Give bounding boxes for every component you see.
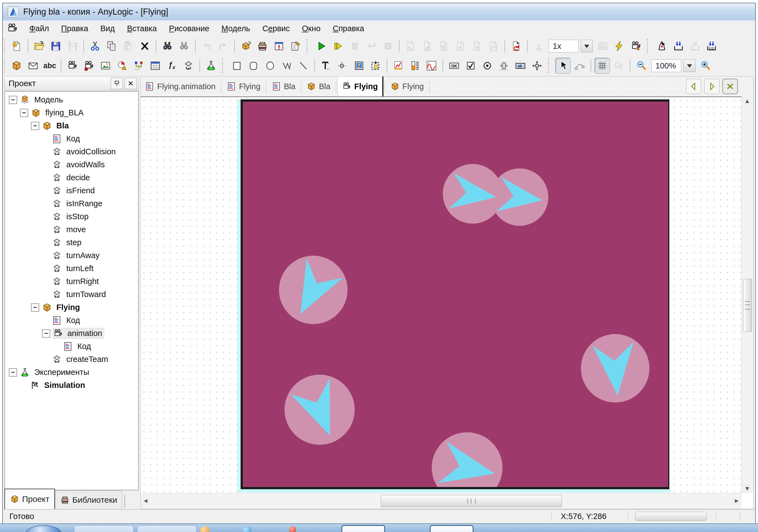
scroll-right-arrow[interactable]: ► <box>732 496 741 506</box>
editor-tab-bla[interactable]: Bla <box>302 77 335 96</box>
tree-item-move[interactable]: move <box>5 223 138 236</box>
group-button[interactable] <box>368 58 383 74</box>
flying-space[interactable] <box>241 99 669 489</box>
tree-collapse-toggle[interactable] <box>31 122 39 130</box>
tree-item-модель[interactable]: Модель <box>5 93 138 106</box>
tree-collapse-toggle[interactable] <box>20 109 28 117</box>
previous-tab-button[interactable] <box>686 79 701 94</box>
menu-вставка[interactable]: Вставка <box>121 22 163 35</box>
menu-окно[interactable]: Окно <box>296 22 327 35</box>
tree-collapse-toggle[interactable] <box>31 303 39 312</box>
model-speed-dropdown-button[interactable] <box>581 40 593 52</box>
menu-справка[interactable]: Справка <box>327 22 370 35</box>
menu-файл[interactable]: Файл <box>23 22 55 35</box>
panel-tab-проект[interactable]: Проект <box>4 489 55 509</box>
zoom-level-combo[interactable]: 100% <box>651 59 681 72</box>
find-button[interactable] <box>160 38 175 54</box>
scroll-up-arrow[interactable]: ▲ <box>743 97 752 105</box>
experiment-button[interactable] <box>203 58 219 74</box>
tree-item-isstop[interactable]: isStop <box>5 210 138 223</box>
taskbar-icon-orange[interactable] <box>200 526 209 532</box>
point-button[interactable] <box>335 58 350 74</box>
event-button[interactable] <box>114 58 130 74</box>
tree-item-turnright[interactable]: turnRight <box>5 275 138 288</box>
horizontal-scroll-thumb[interactable] <box>381 495 562 507</box>
close-tab-button[interactable] <box>722 79 738 94</box>
line-button[interactable] <box>295 58 311 74</box>
panel-tab-библиотеки[interactable]: Библиотеки <box>55 491 123 509</box>
statechart-button[interactable] <box>131 58 146 74</box>
text-button[interactable] <box>318 58 334 74</box>
import-all-button[interactable] <box>704 38 719 54</box>
delete-button[interactable] <box>137 38 153 54</box>
new-model-button[interactable] <box>9 38 24 54</box>
menu-сервис[interactable]: Сервис <box>256 22 296 35</box>
tree-collapse-toggle[interactable] <box>9 96 17 104</box>
open-button[interactable] <box>31 38 47 54</box>
grid-toggle-button[interactable] <box>595 58 610 74</box>
button-control-button[interactable]: OK <box>446 58 462 74</box>
tree-item-turntoward[interactable]: turnToward <box>5 288 138 301</box>
tree-collapse-toggle[interactable] <box>9 368 17 377</box>
animation-canvas[interactable] <box>141 96 742 493</box>
start-button[interactable] <box>25 525 62 532</box>
menu-правка[interactable]: Правка <box>55 22 94 35</box>
tree-item-simulation[interactable]: Simulation <box>5 379 138 392</box>
toolbar-grip[interactable] <box>3 58 7 73</box>
plot-button[interactable] <box>424 58 439 74</box>
rectangle-button[interactable] <box>229 58 245 74</box>
editor-tab-bla[interactable]: Bla <box>267 77 300 96</box>
control-check-button[interactable] <box>391 58 406 74</box>
zoom-out-button[interactable] <box>634 58 649 74</box>
tree-item-decide[interactable]: decide <box>5 171 138 184</box>
radio-control-button[interactable] <box>480 58 495 74</box>
tree-item-turnleft[interactable]: turnLeft <box>5 262 138 275</box>
edit-animation-button[interactable] <box>628 38 644 54</box>
libraries-button[interactable] <box>255 38 270 54</box>
menu-вид[interactable]: Вид <box>94 22 121 35</box>
rounded-rectangle-button[interactable] <box>246 58 261 74</box>
image-button[interactable] <box>98 58 113 74</box>
polyline-button[interactable] <box>279 58 294 74</box>
run-step-button[interactable] <box>330 38 346 54</box>
message-button[interactable] <box>25 58 41 74</box>
tree-item-эксперименты[interactable]: Эксперименты <box>5 366 138 379</box>
toolbar-grip[interactable] <box>3 39 7 53</box>
scroll-left-arrow[interactable]: ◄ <box>141 496 150 506</box>
taskbar-window-2[interactable] <box>430 525 473 532</box>
run-button[interactable] <box>314 38 329 54</box>
tree-item-step[interactable]: step <box>5 236 138 249</box>
tree-item-isinrange[interactable]: isInRange <box>5 197 138 210</box>
editor-tab-flying[interactable]: Flying <box>386 77 428 96</box>
build-model-button[interactable] <box>238 38 254 54</box>
menu-рисование[interactable]: Рисование <box>163 22 216 35</box>
tree-item-isfriend[interactable]: isFriend <box>5 184 138 197</box>
action-chart-button[interactable] <box>181 58 196 74</box>
problems-window-button[interactable] <box>271 38 287 54</box>
oval-button[interactable] <box>262 58 278 74</box>
checkbox-control-button[interactable] <box>463 58 478 74</box>
vertical-scroll-thumb[interactable] <box>743 279 752 332</box>
tree-item-avoidwalls[interactable]: avoidWalls <box>5 158 138 171</box>
agent-button[interactable] <box>9 58 24 74</box>
function-button[interactable]: ƒx <box>164 58 180 74</box>
cut-button[interactable] <box>87 38 103 54</box>
abc-text-button[interactable]: abc <box>42 58 57 74</box>
tree-item-flying[interactable]: Flying <box>5 301 138 314</box>
close-panel-button[interactable] <box>124 78 137 89</box>
slider-control-button[interactable] <box>496 58 512 74</box>
bar-indicator-button[interactable] <box>407 58 423 74</box>
save-button[interactable] <box>48 38 63 54</box>
tree-item-bla[interactable]: Bla <box>5 119 138 132</box>
java-button[interactable] <box>654 38 670 54</box>
refresh-model-button[interactable] <box>508 38 524 54</box>
taskbar-icon-red[interactable] <box>289 526 296 532</box>
editor-tab-flying-active[interactable]: Flying <box>337 77 383 96</box>
horizontal-scrollbar[interactable]: ◄ ► <box>141 493 742 509</box>
pin-panel-button[interactable] <box>111 78 123 89</box>
curve-tool-button[interactable] <box>572 58 587 74</box>
import-button[interactable] <box>671 38 686 54</box>
editor-tab-flying[interactable]: Flying <box>223 77 265 96</box>
taskbar-button-1[interactable] <box>74 525 134 532</box>
table-button[interactable] <box>148 58 163 74</box>
